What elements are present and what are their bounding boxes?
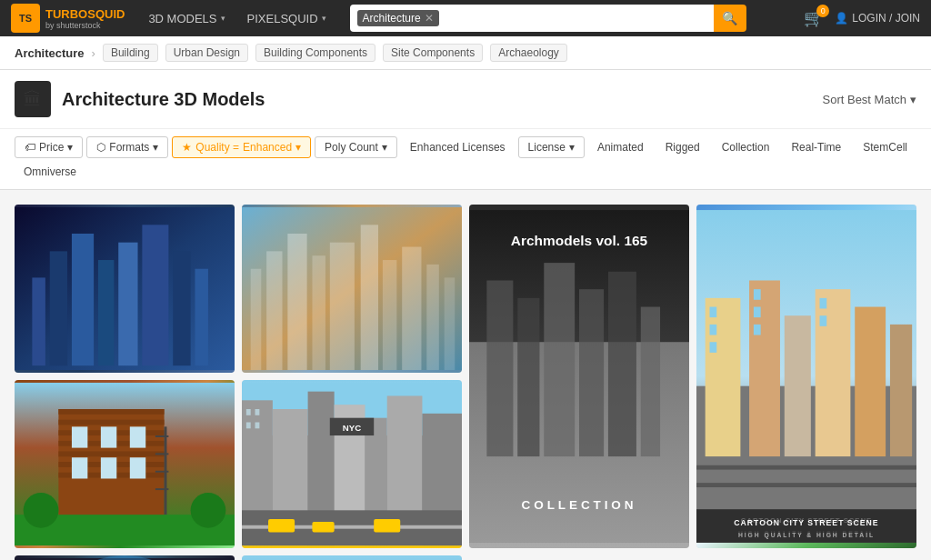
login-button[interactable]: 👤 LOGIN / JOIN	[835, 12, 920, 25]
svg-point-75	[191, 493, 226, 528]
user-icon: 👤	[835, 12, 848, 25]
chevron-down-icon: ▾	[295, 141, 301, 154]
filter-poly-count[interactable]: Poly Count ▾	[315, 136, 397, 158]
search-button[interactable]: 🔍	[714, 5, 746, 32]
product-image	[242, 205, 462, 373]
svg-rect-94	[312, 522, 334, 533]
chevron-down-icon: ▾	[382, 141, 387, 154]
filter-bar: 🏷 Price ▾ ⬡ Formats ▾ ★ Quality = Enhanc…	[0, 129, 931, 190]
filter-animated[interactable]: Animated	[588, 137, 653, 157]
breadcrumb-urban-design[interactable]: Urban Design	[165, 44, 248, 62]
svg-rect-41	[816, 289, 851, 456]
svg-rect-66	[101, 457, 116, 478]
svg-rect-86	[255, 409, 260, 415]
svg-rect-46	[696, 465, 916, 470]
list-item[interactable]: Archmodels vol. 165 COLLECTION	[469, 205, 689, 548]
filter-stemcell[interactable]: StemCell	[854, 137, 916, 157]
svg-rect-39	[754, 325, 761, 335]
list-item[interactable]: NYC	[242, 380, 462, 548]
filter-license[interactable]: License ▾	[518, 136, 585, 158]
nav-3d-models[interactable]: 3D MODELS ▾	[139, 6, 234, 31]
svg-text:CARTOON CITY STREET SCENE: CARTOON CITY STREET SCENE	[734, 518, 878, 527]
product-image: NYC	[242, 380, 462, 548]
cart-button[interactable]: 🛒 0	[804, 8, 824, 28]
svg-rect-70	[155, 453, 169, 455]
svg-rect-16	[383, 260, 396, 370]
nav-right: 🛒 0 👤 LOGIN / JOIN	[804, 8, 920, 28]
svg-rect-15	[361, 225, 378, 370]
product-image: CARTOON CITY STREET SCENE HIGH QUALITY &…	[696, 205, 916, 548]
breadcrumb-building[interactable]: Building	[103, 44, 158, 62]
list-item[interactable]: CARTOON CITY STREET SCENE HIGH QUALITY &…	[696, 205, 916, 548]
breadcrumb-separator: ›	[92, 46, 95, 60]
svg-rect-67	[130, 457, 145, 478]
svg-rect-88	[255, 423, 260, 429]
svg-rect-62	[72, 426, 87, 447]
svg-rect-24	[544, 263, 575, 456]
search-box: Architecture ✕	[350, 5, 714, 32]
chevron-down-icon: ▾	[153, 141, 158, 154]
search-tag-remove[interactable]: ✕	[425, 12, 434, 25]
svg-text:COLLECTION: COLLECTION	[522, 498, 637, 512]
svg-rect-13	[312, 255, 325, 370]
svg-text:Archmodels vol. 165: Archmodels vol. 165	[511, 233, 648, 248]
product-image: Archmodels vol. 165 COLLECTION	[469, 205, 689, 548]
filter-quality[interactable]: ★ Quality = Enhanced ▾	[172, 136, 311, 158]
svg-rect-32	[706, 298, 741, 456]
svg-rect-38	[754, 307, 761, 318]
cube-icon: ⬡	[96, 141, 105, 154]
breadcrumb-building-components[interactable]: Building Components	[255, 44, 375, 62]
svg-rect-43	[820, 315, 827, 326]
svg-rect-64	[130, 426, 145, 447]
svg-rect-8	[195, 269, 208, 365]
svg-rect-10	[251, 269, 262, 370]
filter-real-time[interactable]: Real-Time	[782, 137, 850, 157]
breadcrumb: Architecture › Building Urban Design Bui…	[0, 36, 931, 70]
nav-pixelsquid[interactable]: PIXELSQUID ▾	[238, 6, 335, 31]
search-tag: Architecture ✕	[357, 10, 439, 26]
svg-rect-18	[426, 265, 439, 370]
list-item[interactable]	[242, 205, 462, 373]
product-image	[15, 555, 235, 560]
breadcrumb-site-components[interactable]: Site Components	[383, 44, 483, 62]
svg-rect-33	[710, 307, 717, 318]
svg-rect-25	[579, 289, 604, 456]
svg-rect-40	[785, 315, 811, 456]
filter-formats[interactable]: ⬡ Formats ▾	[86, 136, 168, 158]
chevron-down-icon: ▾	[569, 141, 575, 154]
list-item[interactable]	[242, 555, 462, 560]
svg-rect-95	[374, 519, 400, 533]
svg-rect-3	[72, 234, 94, 365]
svg-rect-55	[58, 409, 164, 415]
filter-enhanced-licenses[interactable]: Enhanced Licenses	[401, 137, 515, 157]
chevron-down-icon: ▾	[221, 14, 225, 23]
svg-text:NYC: NYC	[343, 423, 361, 433]
sort-selector[interactable]: Sort Best Match ▾	[823, 93, 916, 106]
logo[interactable]: TS TURBOSQUID by shutterstock	[11, 4, 125, 33]
filter-rigged[interactable]: Rigged	[656, 137, 709, 157]
page-header: 🏛 Architecture 3D Models Sort Best Match…	[0, 70, 931, 129]
list-item[interactable]	[15, 555, 235, 560]
svg-point-74	[24, 493, 59, 528]
filter-omniverse[interactable]: Omniverse	[15, 162, 85, 182]
list-item[interactable]	[15, 205, 235, 373]
svg-rect-12	[287, 234, 306, 370]
page-header-left: 🏛 Architecture 3D Models	[15, 81, 265, 117]
svg-rect-63	[101, 426, 116, 447]
list-item[interactable]	[15, 380, 235, 548]
svg-rect-14	[330, 243, 355, 370]
svg-rect-23	[517, 298, 539, 456]
svg-rect-27	[641, 307, 660, 457]
svg-rect-69	[155, 435, 169, 437]
svg-rect-85	[246, 409, 251, 415]
product-image	[15, 205, 235, 373]
filter-price[interactable]: 🏷 Price ▾	[15, 136, 83, 158]
svg-rect-17	[402, 247, 421, 371]
breadcrumb-archaeology[interactable]: Archaeology	[490, 44, 567, 62]
filter-collection[interactable]: Collection	[713, 137, 779, 157]
svg-rect-6	[142, 225, 168, 365]
product-grid: Archmodels vol. 165 COLLECTION	[0, 190, 931, 560]
svg-rect-34	[710, 325, 717, 335]
svg-rect-2	[50, 251, 67, 365]
svg-text:HIGH QUALITY  &  HIGH DETAIL: HIGH QUALITY & HIGH DETAIL	[738, 532, 875, 539]
